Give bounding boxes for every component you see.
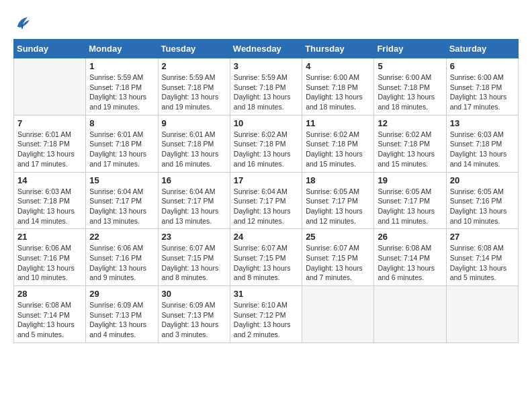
- day-number: 10: [234, 118, 298, 128]
- calendar-day-cell: 19Sunrise: 6:05 AMSunset: 7:17 PMDayligh…: [374, 172, 446, 229]
- calendar-day-cell: 1Sunrise: 5:59 AMSunset: 7:18 PMDaylight…: [86, 58, 158, 116]
- calendar-day-cell: 17Sunrise: 6:04 AMSunset: 7:17 PMDayligh…: [230, 172, 302, 229]
- day-info: Sunrise: 6:01 AMSunset: 7:18 PMDaylight:…: [162, 130, 226, 169]
- day-number: 27: [450, 232, 515, 242]
- day-info: Sunrise: 6:07 AMSunset: 7:15 PMDaylight:…: [162, 243, 226, 283]
- calendar-day-cell: 4Sunrise: 6:00 AMSunset: 7:18 PMDaylight…: [302, 58, 374, 116]
- day-info: Sunrise: 6:05 AMSunset: 7:17 PMDaylight:…: [306, 187, 370, 226]
- calendar-day-cell: 23Sunrise: 6:07 AMSunset: 7:15 PMDayligh…: [158, 229, 230, 286]
- calendar-day-cell: 28Sunrise: 6:08 AMSunset: 7:14 PMDayligh…: [14, 286, 86, 343]
- day-info: Sunrise: 6:02 AMSunset: 7:18 PMDaylight:…: [234, 130, 298, 169]
- calendar-day-cell: [302, 286, 374, 343]
- day-number: 9: [162, 118, 226, 128]
- day-info: Sunrise: 6:02 AMSunset: 7:18 PMDaylight:…: [306, 130, 370, 169]
- day-info: Sunrise: 5:59 AMSunset: 7:18 PMDaylight:…: [162, 73, 226, 112]
- calendar-day-cell: 5Sunrise: 6:00 AMSunset: 7:18 PMDaylight…: [374, 58, 446, 116]
- day-number: 25: [306, 232, 370, 242]
- calendar-day-cell: [374, 286, 446, 343]
- calendar-day-cell: 26Sunrise: 6:08 AMSunset: 7:14 PMDayligh…: [374, 229, 446, 286]
- calendar-week-row: 28Sunrise: 6:08 AMSunset: 7:14 PMDayligh…: [14, 286, 519, 343]
- day-number: 20: [450, 175, 515, 185]
- day-info: Sunrise: 6:09 AMSunset: 7:13 PMDaylight:…: [162, 300, 226, 340]
- page-header: [13, 13, 519, 32]
- day-info: Sunrise: 6:08 AMSunset: 7:14 PMDaylight:…: [17, 300, 82, 340]
- day-number: 3: [234, 61, 298, 71]
- day-number: 30: [162, 289, 226, 299]
- day-number: 15: [89, 175, 154, 185]
- calendar-day-cell: 9Sunrise: 6:01 AMSunset: 7:18 PMDaylight…: [158, 115, 230, 172]
- day-info: Sunrise: 6:01 AMSunset: 7:18 PMDaylight:…: [17, 130, 82, 169]
- day-number: 14: [17, 175, 82, 185]
- day-info: Sunrise: 6:09 AMSunset: 7:13 PMDaylight:…: [89, 300, 154, 340]
- day-info: Sunrise: 5:59 AMSunset: 7:18 PMDaylight:…: [89, 73, 154, 112]
- weekday-header: Saturday: [446, 40, 518, 58]
- calendar-day-cell: 8Sunrise: 6:01 AMSunset: 7:18 PMDaylight…: [86, 115, 158, 172]
- calendar-day-cell: 29Sunrise: 6:09 AMSunset: 7:13 PMDayligh…: [86, 286, 158, 343]
- calendar-day-cell: 27Sunrise: 6:08 AMSunset: 7:14 PMDayligh…: [446, 229, 518, 286]
- calendar-header-row: SundayMondayTuesdayWednesdayThursdayFrid…: [14, 40, 519, 58]
- day-info: Sunrise: 6:04 AMSunset: 7:17 PMDaylight:…: [162, 187, 226, 226]
- day-info: Sunrise: 6:00 AMSunset: 7:18 PMDaylight:…: [450, 73, 515, 112]
- day-number: 8: [89, 118, 154, 128]
- calendar-day-cell: 31Sunrise: 6:10 AMSunset: 7:12 PMDayligh…: [230, 286, 302, 343]
- day-number: 31: [234, 289, 298, 299]
- calendar-day-cell: 10Sunrise: 6:02 AMSunset: 7:18 PMDayligh…: [230, 115, 302, 172]
- calendar-week-row: 7Sunrise: 6:01 AMSunset: 7:18 PMDaylight…: [14, 115, 519, 172]
- day-number: 29: [89, 289, 154, 299]
- calendar-day-cell: 18Sunrise: 6:05 AMSunset: 7:17 PMDayligh…: [302, 172, 374, 229]
- day-info: Sunrise: 6:07 AMSunset: 7:15 PMDaylight:…: [306, 243, 370, 283]
- day-number: 19: [378, 175, 442, 185]
- calendar-day-cell: 3Sunrise: 5:59 AMSunset: 7:18 PMDaylight…: [230, 58, 302, 116]
- calendar-day-cell: [446, 286, 518, 343]
- calendar-day-cell: 15Sunrise: 6:04 AMSunset: 7:17 PMDayligh…: [86, 172, 158, 229]
- calendar-day-cell: 21Sunrise: 6:06 AMSunset: 7:16 PMDayligh…: [14, 229, 86, 286]
- day-info: Sunrise: 6:03 AMSunset: 7:18 PMDaylight:…: [17, 187, 82, 226]
- day-info: Sunrise: 6:01 AMSunset: 7:18 PMDaylight:…: [89, 130, 154, 169]
- day-number: 21: [17, 232, 82, 242]
- day-info: Sunrise: 6:07 AMSunset: 7:15 PMDaylight:…: [234, 243, 298, 283]
- day-number: 2: [162, 61, 226, 71]
- day-info: Sunrise: 6:06 AMSunset: 7:16 PMDaylight:…: [17, 243, 82, 283]
- calendar-day-cell: 13Sunrise: 6:03 AMSunset: 7:18 PMDayligh…: [446, 115, 518, 172]
- calendar-day-cell: 22Sunrise: 6:06 AMSunset: 7:16 PMDayligh…: [86, 229, 158, 286]
- day-info: Sunrise: 6:05 AMSunset: 7:16 PMDaylight:…: [450, 187, 515, 226]
- day-number: 28: [17, 289, 82, 299]
- weekday-header: Wednesday: [230, 40, 302, 58]
- weekday-header: Friday: [374, 40, 446, 58]
- day-info: Sunrise: 6:00 AMSunset: 7:18 PMDaylight:…: [306, 73, 370, 112]
- day-info: Sunrise: 6:02 AMSunset: 7:18 PMDaylight:…: [378, 130, 442, 169]
- calendar-day-cell: 16Sunrise: 6:04 AMSunset: 7:17 PMDayligh…: [158, 172, 230, 229]
- day-info: Sunrise: 6:03 AMSunset: 7:18 PMDaylight:…: [450, 130, 515, 169]
- day-number: 18: [306, 175, 370, 185]
- day-info: Sunrise: 6:06 AMSunset: 7:16 PMDaylight:…: [89, 243, 154, 283]
- calendar-day-cell: 12Sunrise: 6:02 AMSunset: 7:18 PMDayligh…: [374, 115, 446, 172]
- day-number: 17: [234, 175, 298, 185]
- calendar-week-row: 1Sunrise: 5:59 AMSunset: 7:18 PMDaylight…: [14, 58, 519, 116]
- day-info: Sunrise: 6:05 AMSunset: 7:17 PMDaylight:…: [378, 187, 442, 226]
- weekday-header: Sunday: [14, 40, 86, 58]
- calendar-day-cell: 7Sunrise: 6:01 AMSunset: 7:18 PMDaylight…: [14, 115, 86, 172]
- calendar-table: SundayMondayTuesdayWednesdayThursdayFrid…: [13, 39, 519, 343]
- calendar-day-cell: 2Sunrise: 5:59 AMSunset: 7:18 PMDaylight…: [158, 58, 230, 116]
- day-info: Sunrise: 6:04 AMSunset: 7:17 PMDaylight:…: [234, 187, 298, 226]
- calendar-day-cell: 14Sunrise: 6:03 AMSunset: 7:18 PMDayligh…: [14, 172, 86, 229]
- day-info: Sunrise: 5:59 AMSunset: 7:18 PMDaylight:…: [234, 73, 298, 112]
- day-info: Sunrise: 6:00 AMSunset: 7:18 PMDaylight:…: [378, 73, 442, 112]
- day-info: Sunrise: 6:08 AMSunset: 7:14 PMDaylight:…: [378, 243, 442, 283]
- calendar-day-cell: 11Sunrise: 6:02 AMSunset: 7:18 PMDayligh…: [302, 115, 374, 172]
- calendar-day-cell: 30Sunrise: 6:09 AMSunset: 7:13 PMDayligh…: [158, 286, 230, 343]
- day-number: 1: [89, 61, 154, 71]
- day-number: 12: [378, 118, 442, 128]
- day-number: 7: [17, 118, 82, 128]
- calendar-day-cell: 6Sunrise: 6:00 AMSunset: 7:18 PMDaylight…: [446, 58, 518, 116]
- day-number: 22: [89, 232, 154, 242]
- day-number: 16: [162, 175, 226, 185]
- calendar-week-row: 21Sunrise: 6:06 AMSunset: 7:16 PMDayligh…: [14, 229, 519, 286]
- day-number: 6: [450, 61, 515, 71]
- calendar-day-cell: [14, 58, 86, 116]
- day-info: Sunrise: 6:08 AMSunset: 7:14 PMDaylight:…: [450, 243, 515, 283]
- day-number: 13: [450, 118, 515, 128]
- day-number: 23: [162, 232, 226, 242]
- day-number: 5: [378, 61, 442, 71]
- calendar-day-cell: 25Sunrise: 6:07 AMSunset: 7:15 PMDayligh…: [302, 229, 374, 286]
